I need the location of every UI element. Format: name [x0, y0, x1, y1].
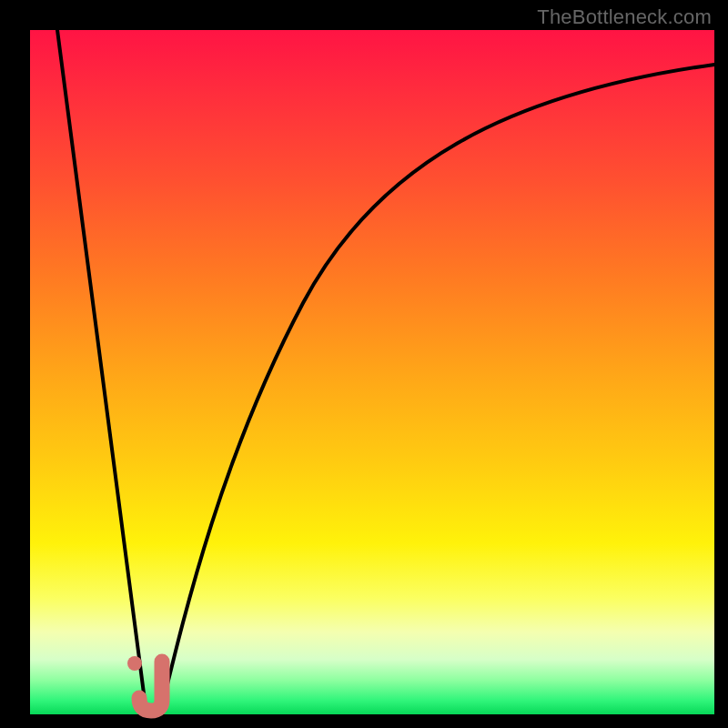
valley-lobe [127, 656, 162, 711]
outer-frame: TheBottleneck.com [0, 0, 728, 728]
plot-area [30, 30, 714, 714]
attribution-label: TheBottleneck.com [537, 5, 712, 29]
svg-point-0 [127, 656, 142, 671]
right-arm-path [160, 65, 714, 714]
curve-layer [30, 30, 714, 714]
left-arm-path [57, 30, 147, 714]
